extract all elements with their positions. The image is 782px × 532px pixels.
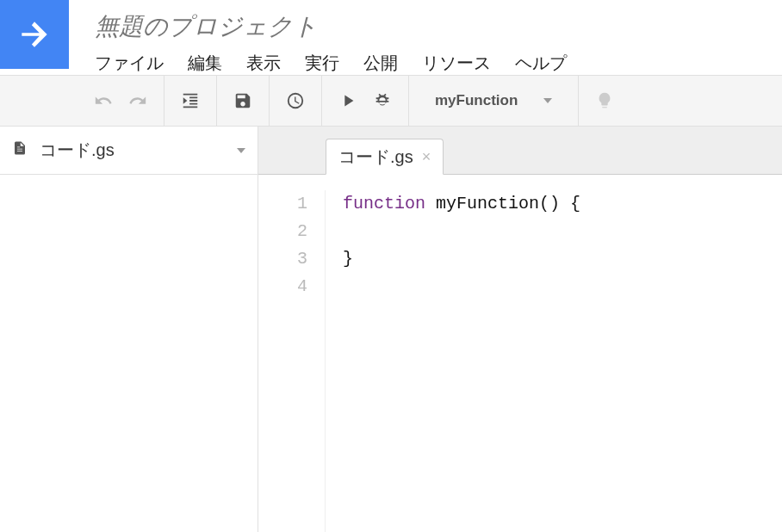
debug-button[interactable]	[365, 84, 400, 118]
toolbar-separator	[408, 76, 409, 126]
triggers-button[interactable]	[278, 84, 313, 118]
app-logo[interactable]	[0, 0, 69, 69]
chevron-down-icon	[543, 98, 552, 103]
indent-icon	[181, 91, 200, 110]
toolbar-separator	[321, 76, 322, 126]
code-editor[interactable]: 1234 function myFunction() { }	[258, 175, 782, 532]
menu-publish[interactable]: 公開	[363, 52, 398, 75]
editor-tab[interactable]: コード.gs ×	[326, 139, 444, 175]
undo-button[interactable]	[86, 84, 121, 118]
line-number: 1	[258, 190, 307, 218]
editor-tab-label: コード.gs	[338, 145, 413, 169]
bug-icon	[373, 91, 392, 110]
function-select[interactable]: myFunction	[418, 92, 569, 109]
chevron-down-icon[interactable]	[237, 148, 245, 153]
menu-file[interactable]: ファイル	[95, 52, 164, 75]
editor-area: コード.gs × 1234 function myFunction() { }	[258, 127, 782, 532]
project-title[interactable]: 無題のプロジェクト	[95, 10, 782, 43]
toolbar-separator	[269, 76, 270, 126]
file-icon	[12, 139, 28, 162]
menu-edit[interactable]: 編集	[188, 52, 222, 75]
run-button[interactable]	[331, 84, 365, 118]
line-number: 4	[258, 273, 307, 300]
code-content[interactable]: function myFunction() { }	[326, 190, 580, 532]
code-line[interactable]	[343, 218, 580, 245]
undo-icon	[94, 91, 113, 110]
lightbulb-icon	[595, 91, 614, 110]
sidebar-file-name: コード.gs	[40, 139, 115, 162]
line-number: 3	[258, 245, 307, 273]
menu-help[interactable]: ヘルプ	[515, 52, 567, 75]
header-right: 無題のプロジェクト ファイル 編集 表示 実行 公開 リソース ヘルプ	[69, 0, 782, 75]
toolbar-separator	[164, 76, 164, 126]
hints-button[interactable]	[587, 84, 622, 118]
header: 無題のプロジェクト ファイル 編集 表示 実行 公開 リソース ヘルプ	[0, 0, 782, 75]
line-number: 2	[258, 218, 307, 245]
close-icon[interactable]: ×	[422, 148, 431, 166]
menu-view[interactable]: 表示	[246, 52, 281, 75]
save-icon	[233, 91, 252, 110]
menu-resources[interactable]: リソース	[422, 52, 491, 75]
line-gutter: 1234	[258, 190, 326, 532]
arrow-right-icon	[16, 15, 53, 53]
redo-icon	[128, 91, 147, 110]
main: コード.gs コード.gs × 1234 function myFunction…	[0, 127, 782, 532]
sidebar: コード.gs	[0, 127, 258, 532]
sidebar-file-item[interactable]: コード.gs	[0, 127, 258, 175]
clock-icon	[286, 91, 305, 110]
menubar: ファイル 編集 表示 実行 公開 リソース ヘルプ	[95, 52, 782, 75]
code-line[interactable]	[343, 273, 580, 300]
redo-button[interactable]	[121, 84, 155, 118]
save-button[interactable]	[226, 84, 260, 118]
menu-run[interactable]: 実行	[305, 52, 339, 75]
code-line[interactable]: }	[343, 245, 580, 273]
toolbar: myFunction	[0, 75, 782, 127]
indent-button[interactable]	[173, 84, 208, 118]
toolbar-separator	[216, 76, 217, 126]
play-icon	[338, 91, 357, 110]
toolbar-separator	[578, 76, 579, 126]
code-line[interactable]: function myFunction() {	[343, 190, 580, 218]
tabbar: コード.gs ×	[258, 127, 782, 175]
function-select-label: myFunction	[435, 92, 518, 109]
